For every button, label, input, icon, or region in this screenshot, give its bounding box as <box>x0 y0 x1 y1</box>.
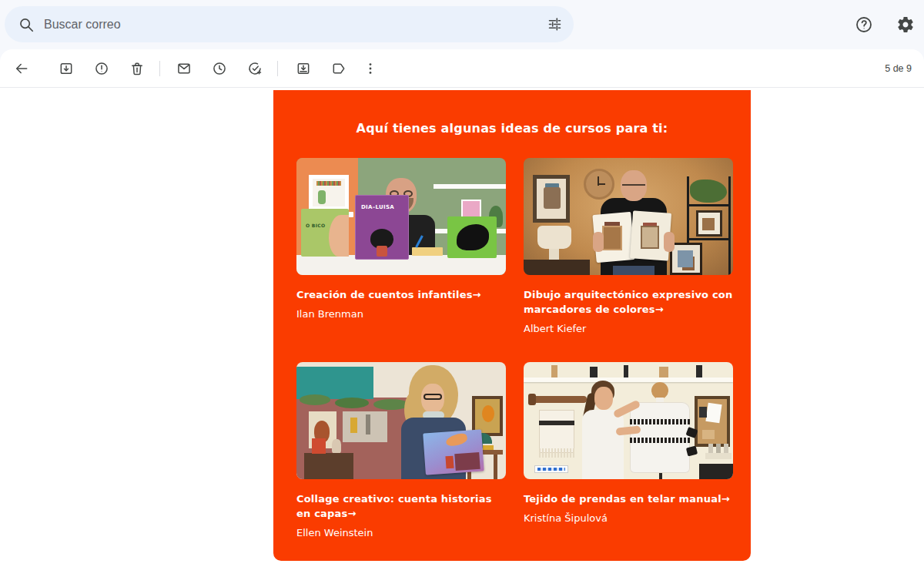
dark-table <box>699 464 733 479</box>
sampler-black-band <box>539 421 574 425</box>
search-bar[interactable] <box>5 6 574 42</box>
shelf-tool <box>696 365 702 377</box>
arm <box>664 232 675 252</box>
toolbar-divider <box>277 61 278 76</box>
course-title-link[interactable]: Tejido de prendas en telar manual→ <box>524 492 733 506</box>
person-head <box>594 387 613 410</box>
add-to-tasks-button[interactable] <box>239 53 270 84</box>
email-content-area: Aquí tienes algunas ideas de cursos para… <box>0 88 924 566</box>
shelf-tool <box>551 365 557 377</box>
gmail-top-bar <box>0 0 924 49</box>
ivy <box>300 394 330 405</box>
tiny-bookshelf-art <box>316 181 341 186</box>
course-2-photo-man-with-sketchbook[interactable] <box>524 158 733 275</box>
toolbar-divider <box>159 61 160 76</box>
hand-sculpture <box>332 439 341 453</box>
jeans <box>613 266 654 275</box>
pagination-counter: 5 de 9 <box>885 63 912 74</box>
garment-black-band <box>630 438 690 443</box>
shelf-tool <box>659 367 668 377</box>
course-1-photo-man-with-childrens-books[interactable]: O BICO DIA–LUISA <box>296 158 506 275</box>
message-toolbar: 5 de 9 <box>0 49 924 88</box>
course-card-4: Tejido de prendas en telar manual→ Krist… <box>524 362 733 525</box>
sketch-blob <box>678 250 693 267</box>
course-card-2: Dibujo arquitectónico expresivo con marc… <box>524 158 733 335</box>
more-options-button[interactable] <box>355 53 386 84</box>
course-author: Albert Kiefer <box>524 322 733 335</box>
course-author: Ilan Brenman <box>296 307 506 320</box>
mark-unread-button[interactable] <box>169 53 199 84</box>
fabric-piece <box>705 403 721 423</box>
woven-sampler <box>539 410 574 453</box>
portrait-face-art <box>482 405 494 422</box>
metal-shelf-post <box>728 176 731 275</box>
collage-canvas <box>343 411 387 442</box>
course-card-3: Collage creativo: cuenta historias en ca… <box>296 362 506 539</box>
framed-picture <box>309 175 349 210</box>
shelf-tool <box>590 367 598 377</box>
email-heading: Aquí tienes algunas ideas de cursos para… <box>273 121 751 136</box>
house-sketch-art <box>602 226 622 250</box>
building-sketch-art <box>544 187 561 209</box>
book-title-text: O BICO <box>306 223 325 228</box>
beater-handle <box>528 394 536 405</box>
child-face-art <box>329 215 349 257</box>
search-icon[interactable] <box>18 16 35 33</box>
course-title-link[interactable]: Dibujo arquitectónico expresivo con marc… <box>524 287 733 317</box>
settings-gear-icon[interactable] <box>895 14 916 35</box>
course-title-link[interactable]: Creación de cuentos infantiles→ <box>296 287 506 302</box>
sampler-fringe <box>539 448 574 458</box>
mail-view-panel: 5 de 9 Aquí tienes algunas ideas de curs… <box>0 49 924 567</box>
spool-shelf <box>705 453 732 459</box>
labels-button[interactable] <box>323 53 354 84</box>
mannequin-stand <box>659 473 662 479</box>
house-sketch-art <box>641 226 659 249</box>
lamp-shade <box>537 226 571 249</box>
spool <box>716 444 721 453</box>
search-input[interactable] <box>44 18 547 32</box>
clock-hand <box>598 183 605 185</box>
tiny-figure-art <box>318 190 326 204</box>
report-spam-button[interactable] <box>86 53 117 84</box>
weaving-beater-tool <box>533 396 587 403</box>
course-card-1: O BICO DIA–LUISA Creación de cuentos inf… <box>296 158 506 320</box>
glasses <box>622 181 645 186</box>
blue-thread-spools <box>537 468 565 471</box>
sketch-blob <box>702 218 715 230</box>
snooze-button[interactable] <box>204 53 235 84</box>
spool <box>708 444 713 453</box>
metal-shelf-bar <box>687 238 731 240</box>
delete-button[interactable] <box>122 53 152 84</box>
arm <box>593 232 604 252</box>
move-to-button[interactable] <box>288 53 319 84</box>
wooden-shelf <box>304 453 353 479</box>
figure-art <box>350 418 357 433</box>
swatch <box>702 430 715 439</box>
shelf-tool <box>624 365 628 377</box>
course-title-link[interactable]: Collage creativo: cuenta historias en ca… <box>296 492 506 521</box>
tool-shelf <box>524 377 733 382</box>
archive-button[interactable] <box>51 53 82 84</box>
back-arrow-button[interactable] <box>6 53 37 84</box>
notepad <box>412 247 443 256</box>
wooden-dresser <box>524 260 590 275</box>
garment-black-band <box>630 419 690 424</box>
course-3-photo-woman-with-collage[interactable] <box>296 362 506 479</box>
buildings-collage-art <box>454 452 480 471</box>
wall-shelf <box>434 184 506 189</box>
white-top-torso <box>582 410 624 479</box>
table-leg <box>494 455 497 479</box>
ivy <box>335 398 369 408</box>
torii-collage-art <box>445 456 454 469</box>
course-4-photo-woman-with-mannequin[interactable] <box>524 362 733 479</box>
domestika-email-card: Aquí tienes algunas ideas de cursos para… <box>273 90 751 561</box>
help-icon[interactable] <box>853 14 875 35</box>
creature-silhouette-art <box>457 224 489 250</box>
character-body-art <box>377 246 387 257</box>
red-book <box>312 438 326 454</box>
monument-art <box>366 414 370 434</box>
search-options-tune-icon[interactable] <box>547 16 563 32</box>
course-author: Kristína Šipulová <box>524 512 733 525</box>
mannequin-head <box>651 382 668 399</box>
spool <box>724 444 728 453</box>
